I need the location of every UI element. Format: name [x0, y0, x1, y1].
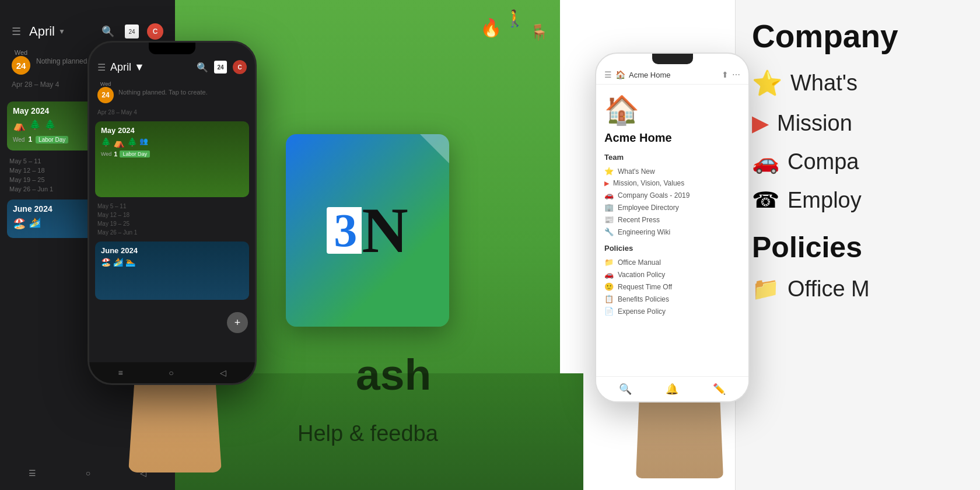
menu-employee-dir[interactable]: 🏢 Employee Directory — [604, 201, 740, 214]
clipboard-icon: 📋 — [604, 295, 614, 303]
footer-search-icon[interactable]: 🔍 — [619, 383, 632, 396]
logo-n: N — [362, 198, 408, 262]
nav-menu-icon[interactable]: ☰ — [29, 468, 36, 478]
share-icon[interactable]: ⬆ — [722, 70, 729, 79]
whats-new-label: What's New — [618, 167, 655, 176]
hiker-icon: 🚶 — [505, 9, 525, 28]
day-circle: 24 — [12, 56, 30, 75]
right-office-label: Office M — [788, 276, 870, 302]
right-phone-icon: ☎ — [752, 187, 779, 213]
phone-bottom-nav: ≡ ○ ◁ — [89, 362, 255, 383]
ash-text: ash — [356, 349, 431, 400]
right-car-icon: 🚗 — [752, 149, 779, 174]
phone-may-title: May 2024 — [101, 126, 243, 135]
date-num-box[interactable]: 24 — [214, 61, 227, 74]
phone-right-notch — [652, 54, 693, 64]
phone-june-card: June 2024 🏖️ 🏄 🏊 — [95, 242, 249, 300]
phone-cal-header: ☰ April ▼ 🔍 24 C — [89, 55, 255, 79]
menu-office-manual[interactable]: 📁 Office Manual — [604, 256, 740, 268]
vacation-icon: 🚗 — [604, 270, 614, 279]
help-feedback-text: Help & feedba — [298, 421, 438, 446]
right-panel: Company ⭐ What's ▶ Mission 🚗 Compa ☎ Emp… — [735, 0, 980, 490]
nav-circle-icon[interactable]: ○ — [169, 368, 173, 377]
acme-header-title: Acme Home — [629, 71, 718, 79]
recent-press-label: Recent Press — [618, 216, 660, 224]
hamburger-menu[interactable]: ☰ — [97, 62, 106, 73]
campfire-icon: 🔥 — [480, 18, 502, 38]
nothing-planned-phone: Nothing planned. Tap to create. — [118, 89, 208, 96]
right-policies-title: Policies — [752, 230, 964, 264]
folder-icon: 📁 — [604, 258, 614, 267]
building-icon: 🏢 — [604, 203, 614, 212]
more-icon[interactable]: ⋯ — [732, 70, 740, 79]
menu-vacation[interactable]: 🚗 Vacation Policy — [604, 268, 740, 281]
menu-time-off[interactable]: 🙂 Request Time Off — [604, 281, 740, 293]
footer-bell-icon[interactable]: 🔔 — [666, 383, 678, 396]
right-panel-company-title: Company — [752, 20, 964, 52]
phone-weeks: May 5 – 11 May 12 – 18 May 19 – 25 May 2… — [89, 200, 255, 239]
user-avatar-btn[interactable]: C — [233, 60, 247, 74]
nav-home-icon[interactable]: ○ — [86, 468, 90, 478]
apr-range-phone: Apr 28 – May 4 — [89, 108, 255, 119]
phone-notch — [149, 43, 195, 54]
menu-whats-new[interactable]: ⭐ What's New — [604, 165, 740, 177]
phone-may-card: May 2024 🌲 ⛺ 🌲 👥 Wed 1 Labor Day — [95, 121, 249, 197]
cal-grid-icon[interactable]: 24 — [125, 24, 139, 38]
menu-benefits[interactable]: 📋 Benefits Policies — [604, 293, 740, 305]
right-employee-item: ☎ Employ — [752, 187, 964, 213]
doc-icon: 📄 — [604, 307, 614, 316]
nav-lines-icon[interactable]: ≡ — [118, 368, 123, 377]
acme-scroll-content[interactable]: 🏠 Acme Home Team ⭐ What's New ▶ Mission,… — [596, 85, 748, 376]
play-icon: ▶ — [604, 180, 609, 187]
mission-label: Mission, Vision, Values — [613, 179, 684, 187]
menu-mission[interactable]: ▶ Mission, Vision, Values — [604, 177, 740, 189]
right-whats-label: What's — [790, 71, 858, 96]
right-mission-label: Mission — [777, 111, 852, 136]
menu-company-goals[interactable]: 🚗 Company Goals - 2019 — [604, 189, 740, 201]
menu-engineering[interactable]: 🔧 Engineering Wiki — [604, 226, 740, 238]
star-icon: ⭐ — [604, 167, 614, 176]
docs-3n-logo: 3 N — [286, 134, 449, 327]
expense-label: Expense Policy — [618, 307, 666, 316]
wed-1-label: Wed — [13, 136, 24, 143]
user-avatar[interactable]: C — [147, 23, 163, 40]
office-manual-label: Office Manual — [618, 258, 661, 267]
benefits-label: Benefits Policies — [618, 295, 669, 303]
hamburger-icon[interactable]: ☰ — [12, 25, 21, 38]
menu-icon-right[interactable]: ☰ — [604, 70, 612, 79]
chair-icon: 🪑 — [530, 23, 548, 41]
phone-left: ☰ April ▼ 🔍 24 C Wed 24 Nothing planned.… — [88, 41, 257, 385]
house-icon-small: 🏠 — [615, 70, 625, 79]
chevron-down-icon: ▼ — [58, 27, 65, 36]
acme-app-header: ☰ 🏠 Acme Home ⬆ ⋯ — [596, 65, 748, 85]
left-cal-month-title: April — [29, 24, 55, 39]
right-folder-icon: 📁 — [752, 276, 779, 302]
phone-fab-btn[interactable]: + — [227, 312, 248, 333]
wrench-icon: 🔧 — [604, 228, 614, 236]
phone-wed24: Wed 24 Nothing planned. Tap to create. — [89, 79, 255, 108]
team-section-title: Team — [604, 153, 740, 162]
day-label: Wed — [15, 49, 27, 56]
vacation-label: Vacation Policy — [618, 271, 665, 279]
right-play-icon: ▶ — [752, 110, 769, 136]
footer-edit-icon[interactable]: ✏️ — [713, 383, 726, 396]
phone-labor-badge: Labor Day — [120, 150, 150, 158]
company-goals-label: Company Goals - 2019 — [618, 191, 690, 200]
right-employee-label: Employ — [788, 188, 862, 213]
right-star-icon: ⭐ — [752, 69, 782, 97]
policies-section-title: Policies — [604, 244, 740, 253]
right-company-label: Compa — [788, 149, 859, 174]
house-emoji-large: 🏠 — [604, 94, 740, 127]
search-icon[interactable]: 🔍 — [102, 25, 114, 38]
car-icon: 🚗 — [604, 191, 614, 200]
nav-triangle-icon[interactable]: ◁ — [220, 368, 226, 377]
phone-month-label: April ▼ — [110, 61, 145, 74]
newspaper-icon: 📰 — [604, 215, 614, 224]
right-mission-item: ▶ Mission — [752, 110, 964, 136]
menu-expense[interactable]: 📄 Expense Policy — [604, 305, 740, 317]
search-btn[interactable]: 🔍 — [197, 62, 208, 73]
labor-day-badge: Labor Day — [36, 136, 68, 144]
menu-recent-press[interactable]: 📰 Recent Press — [604, 214, 740, 226]
smiley-icon: 🙂 — [604, 282, 614, 291]
right-office-item: 📁 Office M — [752, 276, 964, 302]
